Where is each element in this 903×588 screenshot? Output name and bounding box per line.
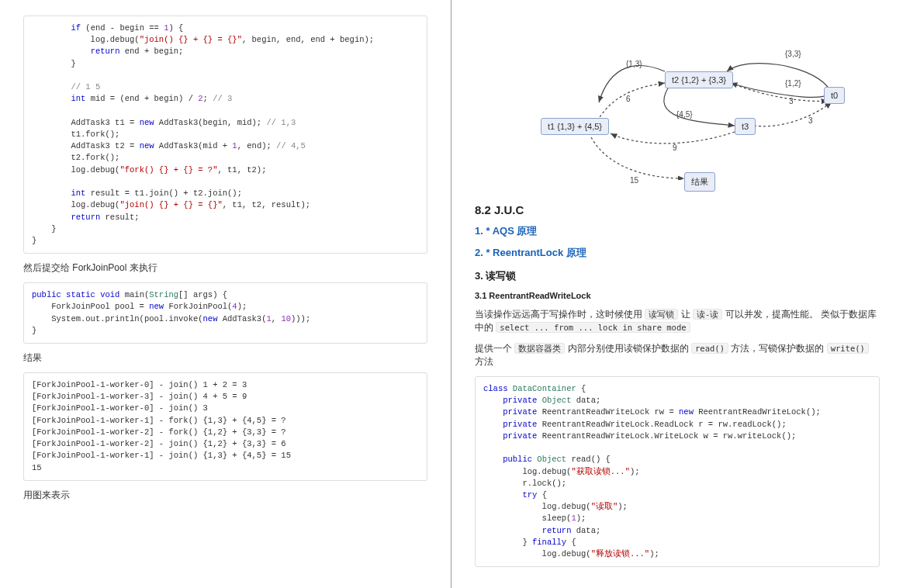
inline-code: 数据容器类 — [514, 343, 565, 354]
paragraph-rw1: 当读操作远远高于写操作时，这时候使用 读写锁 让 读-读 可以并发，提高性能。 … — [475, 308, 880, 334]
edge-label: 15 — [630, 176, 638, 185]
text: 提供一个 — [475, 343, 514, 354]
edge-label: 3 — [789, 97, 794, 105]
code-block-1: if (end - begin == 1) { log.debug("join(… — [23, 16, 427, 254]
paragraph-rw2: 提供一个 数据容器类 内部分别使用读锁保护数据的 read() 方法，写锁保护数… — [475, 342, 880, 368]
node-t0: t0 — [824, 87, 845, 104]
inline-code: read() — [691, 343, 728, 354]
text: 内部分别使用读锁保护数据的 — [568, 343, 691, 354]
node-t3: t3 — [735, 118, 756, 135]
code-block-2: public static void main(String[] args) {… — [23, 282, 427, 344]
forkjoin-diagram: t0 t2 {1,2} + {3,3} t1 {1,3} + {4,5} t3 … — [475, 17, 880, 180]
text: 让 — [681, 309, 693, 320]
right-column: t0 t2 {1,2} + {3,3} t1 {1,3} + {4,5} t3 … — [452, 0, 903, 588]
edge-label: 9 — [673, 144, 677, 152]
output-block: [ForkJoinPool-1-worker-0] - join() 1 + 2… — [23, 372, 427, 481]
edge-label: {3,3} — [785, 50, 801, 58]
heading-rrwl: 3.1 ReentrantReadWriteLock — [475, 291, 880, 300]
code-block-3: class DataContainer { private Object dat… — [475, 376, 880, 567]
node-result: 结果 — [684, 172, 715, 192]
node-t1: t1 {1,3} + {4,5} — [541, 118, 609, 135]
edge-label: {1,3} — [626, 60, 642, 68]
heading-rwlock: 3. 读写锁 — [475, 269, 880, 283]
inline-code: 读写锁 — [645, 309, 678, 320]
diagram-edges — [475, 17, 880, 180]
node-t2: t2 {1,2} + {3,3} — [665, 71, 733, 88]
left-column: if (end - begin == 1) { log.debug("join(… — [0, 0, 452, 588]
inline-code: write() — [827, 343, 869, 354]
text: 当读操作远远高于写操作时，这时候使用 — [475, 309, 645, 320]
inline-code: select ... from ... lock in share mode — [496, 322, 690, 333]
text: 方法 — [475, 356, 493, 367]
heading-juc: 8.2 J.U.C — [475, 203, 880, 216]
paragraph: 结果 — [23, 351, 427, 365]
edge-label: {4,5} — [676, 110, 693, 119]
inline-code: 读-读 — [693, 309, 722, 320]
edge-label: {1,2} — [785, 79, 801, 88]
heading-reentrantlock-link[interactable]: 2. * ReentrantLock 原理 — [475, 246, 880, 260]
text: 方法，写锁保护数据的 — [731, 343, 826, 354]
paragraph: 然后提交给 ForkJoinPool 来执行 — [23, 261, 427, 275]
edge-label: 6 — [626, 95, 631, 103]
paragraph: 用图来表示 — [23, 489, 427, 502]
heading-aqs-link[interactable]: 1. * AQS 原理 — [475, 224, 880, 238]
edge-label: 3 — [808, 116, 813, 125]
